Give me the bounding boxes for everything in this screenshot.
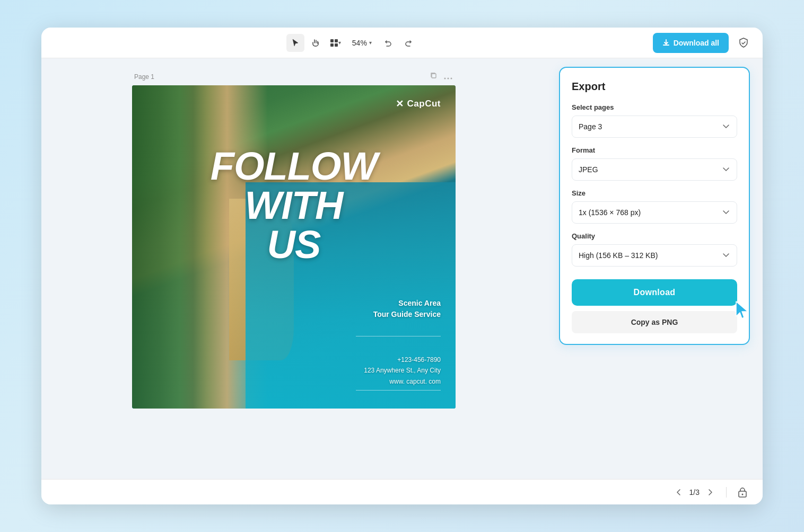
- quality-dropdown[interactable]: Low (39 KB – 78 KB) Medium (78 KB – 156 …: [572, 244, 737, 267]
- prev-page-button[interactable]: [671, 485, 685, 499]
- cursor-arrow-icon: [733, 299, 752, 322]
- app-window: ▾ 54% ▾: [41, 28, 763, 504]
- download-all-label: Download all: [674, 39, 719, 47]
- page-copy-button[interactable]: [429, 71, 439, 82]
- page-label-bar: Page 1: [132, 71, 456, 85]
- shield-button[interactable]: [734, 33, 753, 52]
- select-pages-label: Select pages: [572, 103, 737, 111]
- page-indicator: 1/3: [689, 488, 700, 496]
- contact-info: +123-456-7890 123 Anywhere St., Any City…: [364, 354, 441, 387]
- canvas-headline: FOLLOW WITH US: [147, 147, 441, 264]
- phone: +123-456-7890: [364, 354, 441, 365]
- page-container: Page 1: [132, 71, 456, 409]
- format-label: Format: [572, 146, 737, 154]
- export-panel: Export Select pages Page 1 Page 2 Page 3…: [559, 67, 750, 345]
- redo-button[interactable]: [399, 34, 417, 52]
- tagline-line2: Tour Guide Service: [356, 309, 441, 320]
- hand-tool-button[interactable]: [307, 34, 325, 52]
- canvas-tagline: Scenic Area Tour Guide Service: [356, 298, 441, 320]
- format-dropdown[interactable]: JPEG PNG PDF SVG: [572, 158, 737, 181]
- headline-line3: US: [147, 225, 441, 264]
- svg-rect-1: [335, 39, 338, 42]
- toolbar-right: Download all: [653, 33, 753, 53]
- lock-icon: [738, 487, 747, 498]
- size-label: Size: [572, 189, 737, 197]
- download-button[interactable]: Download: [572, 279, 737, 306]
- svg-point-6: [448, 77, 449, 79]
- download-all-button[interactable]: Download all: [653, 33, 729, 53]
- prev-page-icon: [676, 489, 680, 495]
- copy-as-png-button[interactable]: Copy as PNG: [572, 311, 737, 333]
- layout-tool-button[interactable]: ▾: [327, 34, 345, 52]
- headline-line2: WITH: [147, 186, 441, 225]
- toolbar-center: ▾ 54% ▾: [286, 34, 417, 52]
- tagline-line1: Scenic Area: [356, 298, 441, 309]
- toolbar: ▾ 54% ▾: [41, 28, 763, 58]
- download-button-wrapper: Download: [572, 275, 737, 311]
- svg-rect-0: [330, 39, 334, 42]
- page-more-button[interactable]: [443, 72, 453, 82]
- layout-chevron-icon: ▾: [338, 40, 341, 46]
- zoom-chevron-icon: ▾: [369, 40, 372, 46]
- capcut-logo-icon: ✕: [396, 98, 404, 110]
- shield-icon: [738, 37, 749, 49]
- zoom-level: 54%: [352, 39, 367, 47]
- select-pages-dropdown[interactable]: Page 1 Page 2 Page 3 All pages: [572, 116, 737, 138]
- svg-rect-3: [335, 43, 338, 47]
- svg-point-9: [742, 493, 744, 495]
- size-dropdown[interactable]: 0.5x (768 × 384 px) 1x (1536 × 768 px) 2…: [572, 201, 737, 224]
- website: www. capcut. com: [364, 376, 441, 387]
- divider-top: [356, 336, 441, 336]
- quality-label: Quality: [572, 232, 737, 240]
- bottom-divider: [726, 487, 727, 498]
- download-all-icon: [662, 39, 670, 47]
- page-nav: 1/3: [671, 485, 718, 499]
- next-page-icon: [709, 489, 713, 495]
- main-content: Page 1: [41, 58, 763, 479]
- page-label: Page 1: [134, 73, 154, 81]
- svg-point-7: [451, 77, 452, 79]
- svg-rect-4: [432, 74, 436, 78]
- export-title: Export: [572, 81, 737, 93]
- svg-point-5: [444, 77, 446, 79]
- headline-line1: FOLLOW: [147, 147, 441, 186]
- pointer-tool-button[interactable]: [286, 34, 304, 52]
- zoom-button[interactable]: 54% ▾: [347, 34, 377, 51]
- capcut-logo: ✕ CapCut: [147, 98, 441, 110]
- page-icons: [429, 71, 453, 82]
- divider-bottom: [356, 390, 441, 391]
- lock-button[interactable]: [735, 485, 750, 500]
- canvas-area: Page 1: [41, 58, 546, 479]
- svg-rect-2: [330, 43, 334, 47]
- bottom-bar: 1/3: [41, 479, 763, 504]
- next-page-button[interactable]: [704, 485, 718, 499]
- address: 123 Anywhere St., Any City: [364, 365, 441, 376]
- canvas-bottom-text: Scenic Area Tour Guide Service +123-456-…: [356, 298, 441, 394]
- capcut-logo-text: CapCut: [407, 99, 441, 109]
- canvas-image: ✕ CapCut FOLLOW WITH US Scenic Area Tour…: [132, 85, 456, 409]
- undo-button[interactable]: [379, 34, 397, 52]
